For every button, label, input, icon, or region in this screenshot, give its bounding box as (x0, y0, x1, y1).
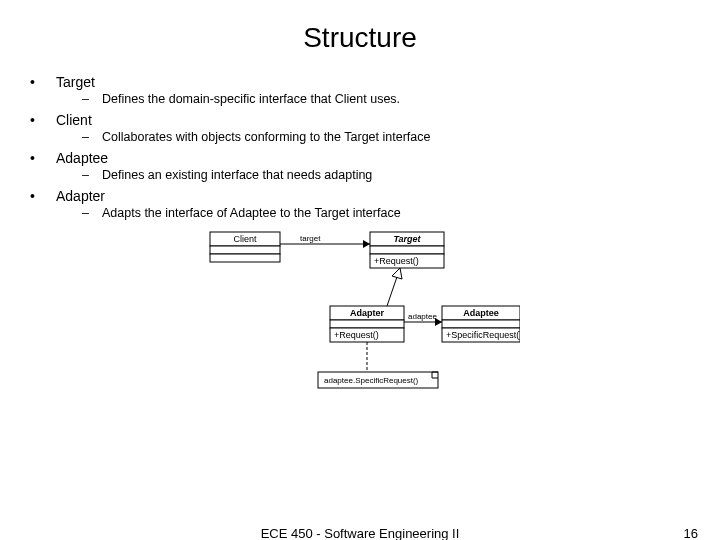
desc-adapter: Adapts the interface of Adaptee to the T… (102, 206, 401, 220)
dash-icon: – (82, 130, 102, 144)
term-client: Client (56, 112, 92, 128)
bullet-icon: • (30, 188, 56, 204)
uml-adaptee-label: Adaptee (463, 308, 499, 318)
uml-adapter-op: +Request() (334, 330, 379, 340)
dash-icon: – (82, 168, 102, 182)
uml-adapter-label: Adapter (350, 308, 385, 318)
svg-rect-2 (210, 254, 280, 262)
uml-adaptee-op: +SpecificRequest() (446, 330, 520, 340)
term-target: Target (56, 74, 95, 90)
svg-rect-4 (370, 246, 444, 254)
desc-client: Collaborates with objects conforming to … (102, 130, 430, 144)
dash-icon: – (82, 92, 102, 106)
list-item: • Target – Defines the domain-specific i… (30, 74, 690, 106)
svg-rect-1 (210, 246, 280, 254)
slide-title: Structure (0, 0, 720, 64)
footer-page-number: 16 (684, 526, 698, 540)
svg-marker-15 (392, 268, 402, 279)
uml-client-label: Client (233, 234, 257, 244)
bullet-icon: • (30, 150, 56, 166)
slide-content: • Target – Defines the domain-specific i… (0, 64, 720, 401)
uml-note-text: adaptee.SpecificRequest() (324, 376, 419, 385)
svg-rect-12 (442, 320, 520, 328)
svg-rect-9 (330, 320, 404, 328)
uml-target-op: +Request() (374, 256, 419, 266)
desc-adaptee: Defines an existing interface that needs… (102, 168, 372, 182)
svg-marker-7 (363, 240, 370, 248)
uml-assoc-target: target (300, 234, 321, 243)
bullet-icon: • (30, 112, 56, 128)
term-adaptee: Adaptee (56, 150, 108, 166)
list-item: • Adapter – Adapts the interface of Adap… (30, 188, 690, 220)
bullet-list: • Target – Defines the domain-specific i… (30, 74, 690, 220)
desc-target: Defines the domain-specific interface th… (102, 92, 400, 106)
term-adapter: Adapter (56, 188, 105, 204)
uml-assoc-adaptee: adaptee (408, 312, 437, 321)
bullet-icon: • (30, 74, 56, 90)
footer-course: ECE 450 - Software Engineering II (0, 526, 720, 540)
list-item: • Client – Collaborates with objects con… (30, 112, 690, 144)
uml-diagram: Client Target +Request() target Adapter … (200, 226, 520, 401)
uml-target-label: Target (393, 234, 421, 244)
list-item: • Adaptee – Defines an existing interfac… (30, 150, 690, 182)
dash-icon: – (82, 206, 102, 220)
